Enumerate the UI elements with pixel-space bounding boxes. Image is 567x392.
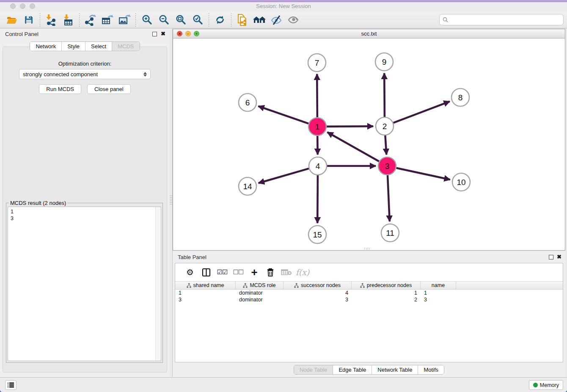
cyndex-browse-icon[interactable]: [251, 12, 268, 28]
cell-shared-name[interactable]: 3: [175, 296, 236, 303]
function-builder-icon[interactable]: f(x): [295, 265, 311, 279]
result-scrollbar[interactable]: [155, 207, 161, 361]
node-11[interactable]: 11: [381, 224, 399, 242]
panel-divider[interactable]: [170, 29, 173, 377]
table-tabs: Node Table Edge Table Network Table Moti…: [294, 365, 444, 375]
delete-table-icon[interactable]: [278, 265, 295, 279]
node-4[interactable]: 4: [309, 157, 327, 175]
divider-grip-icon[interactable]: [364, 248, 371, 250]
refresh-layout-icon[interactable]: [212, 12, 228, 28]
node-8[interactable]: 8: [451, 88, 469, 106]
memory-button[interactable]: Memory: [529, 380, 563, 390]
tab-edge-table[interactable]: Edge Table: [333, 365, 372, 374]
export-image-icon[interactable]: [116, 12, 133, 28]
table-row[interactable]: 3 dominator 3 2 3: [175, 296, 563, 303]
cell-predecessor-nodes[interactable]: 1: [352, 290, 421, 296]
table-toolbar: ⚙ ☑☑ ☐☐ + f(x): [175, 263, 563, 281]
node-10[interactable]: 10: [452, 173, 470, 191]
divider-grip-icon[interactable]: [170, 196, 172, 205]
svg-text:9: 9: [382, 58, 387, 66]
node-1[interactable]: 1: [308, 118, 326, 135]
column-header-name[interactable]: name: [421, 282, 456, 289]
run-mcds-button[interactable]: Run MCDS: [39, 84, 81, 94]
tab-style[interactable]: Style: [62, 42, 85, 51]
criterion-select[interactable]: strongly connected component: [19, 69, 151, 79]
search-input[interactable]: [450, 17, 563, 23]
toolbar-separator: [79, 13, 80, 27]
node-2[interactable]: 2: [376, 117, 394, 135]
export-network-icon[interactable]: [82, 12, 99, 28]
clone-network-icon[interactable]: [234, 12, 251, 28]
deselect-all-icon[interactable]: ☐☐: [230, 265, 246, 279]
zoom-out-icon[interactable]: [155, 12, 172, 28]
edge-1-7[interactable]: [317, 74, 317, 117]
cell-successor-nodes[interactable]: 4: [284, 290, 352, 296]
toolbar-separator: [231, 13, 231, 27]
hide-selected-icon[interactable]: [268, 12, 285, 28]
node-7[interactable]: 7: [308, 54, 326, 72]
table-settings-icon[interactable]: ⚙: [182, 265, 198, 279]
tab-network[interactable]: Network: [30, 42, 62, 51]
edge-4-14[interactable]: [259, 168, 309, 183]
edge-1-4[interactable]: [317, 136, 318, 155]
tab-network-table[interactable]: Network Table: [372, 365, 418, 374]
tab-motifs[interactable]: Motifs: [418, 365, 444, 374]
close-panel-button[interactable]: Close panel: [87, 84, 131, 94]
column-header-shared-name[interactable]: shared name: [175, 282, 236, 289]
split-columns-icon[interactable]: [198, 265, 214, 279]
import-table-icon[interactable]: [60, 12, 77, 28]
cell-mcds-role[interactable]: dominator: [236, 290, 284, 296]
edge-3-1[interactable]: [328, 132, 379, 161]
node-14[interactable]: 14: [239, 177, 256, 195]
tab-node-table[interactable]: Node Table: [294, 365, 333, 374]
hierarchy-icon: [360, 283, 365, 288]
table-row[interactable]: 1 dominator 4 1 1: [175, 290, 563, 296]
edge-3-11[interactable]: [388, 175, 390, 221]
cell-name[interactable]: 1: [421, 290, 456, 296]
node-9[interactable]: 9: [375, 53, 393, 71]
network-window-titlebar[interactable]: ✕ − + scc.txt: [173, 29, 565, 39]
tab-mcds[interactable]: MCDS: [112, 42, 139, 51]
open-session-icon[interactable]: [3, 12, 20, 28]
edge-1-2[interactable]: [327, 126, 373, 127]
zoom-selected-icon[interactable]: [189, 12, 206, 28]
node-table: ⚙ ☑☑ ☐☐ + f(x) shared name: [175, 263, 563, 362]
column-header-successor-nodes[interactable]: successor nodes: [284, 282, 352, 289]
main-toolbar: [0, 11, 567, 28]
search-box: [439, 14, 564, 25]
save-session-icon[interactable]: [20, 12, 37, 28]
select-all-icon[interactable]: ☑☑: [214, 265, 230, 279]
edge-2-8[interactable]: [394, 102, 450, 123]
node-6[interactable]: 6: [239, 94, 256, 111]
cell-name[interactable]: 3: [421, 296, 456, 303]
zoom-in-icon[interactable]: [138, 12, 155, 28]
task-history-button[interactable]: [5, 380, 17, 390]
close-panel-icon[interactable]: ✖: [557, 253, 561, 261]
tab-select[interactable]: Select: [85, 42, 112, 51]
add-row-icon[interactable]: +: [246, 265, 262, 279]
import-network-icon[interactable]: [43, 12, 60, 28]
delete-row-icon[interactable]: [262, 265, 278, 279]
close-panel-icon[interactable]: ✖: [161, 30, 165, 38]
column-header-predecessor-nodes[interactable]: predecessor nodes: [352, 282, 421, 289]
node-15[interactable]: 15: [308, 226, 326, 243]
cell-mcds-role[interactable]: dominator: [236, 296, 284, 303]
network-canvas[interactable]: 7968124314101511: [173, 39, 565, 250]
edge-1-6[interactable]: [259, 106, 309, 124]
edge-2-3[interactable]: [385, 135, 386, 155]
cell-shared-name[interactable]: 1: [175, 290, 236, 296]
column-header-mcds-role[interactable]: MCDS role: [236, 282, 284, 289]
node-3[interactable]: 3: [378, 157, 396, 175]
export-table-icon[interactable]: [99, 12, 116, 28]
float-panel-icon[interactable]: [549, 255, 553, 259]
float-panel-icon[interactable]: [152, 32, 157, 36]
zoom-fit-icon[interactable]: [172, 12, 189, 28]
svg-text:10: 10: [457, 178, 465, 187]
edge-2-9[interactable]: [384, 73, 385, 117]
edge-4-15[interactable]: [317, 175, 318, 223]
edge-3-10[interactable]: [396, 168, 450, 180]
table-header: shared name MCDS role successor nodes pr…: [175, 281, 563, 290]
show-all-icon[interactable]: [285, 12, 302, 28]
cell-successor-nodes[interactable]: 3: [284, 296, 352, 303]
cell-predecessor-nodes[interactable]: 2: [352, 296, 421, 303]
